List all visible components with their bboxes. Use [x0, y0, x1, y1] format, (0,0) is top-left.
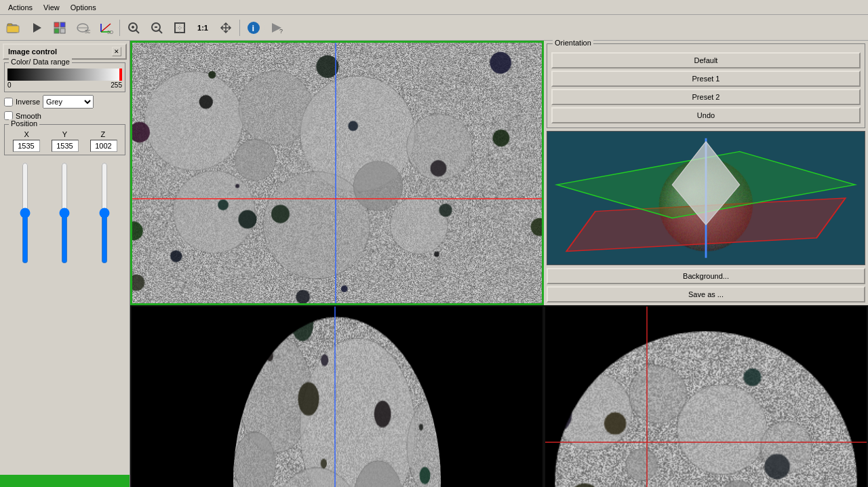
- background-button[interactable]: Background...: [547, 268, 865, 284]
- gradient-labels: 0 255: [7, 81, 122, 89]
- fit-button[interactable]: [169, 18, 191, 38]
- orientation-buttons-group: Default Preset 1 Preset 2 Undo: [551, 52, 861, 123]
- bottom-right-canvas: [545, 307, 867, 487]
- gradient-min: 0: [7, 81, 12, 89]
- reset-zoom-button[interactable]: 1:1: [192, 18, 214, 38]
- main-viewport[interactable]: [130, 41, 544, 305]
- zoom-out-button[interactable]: [146, 18, 167, 38]
- position-group: Position X Y Z: [4, 124, 125, 155]
- sliders-area: [0, 159, 130, 295]
- z-position-input[interactable]: [90, 140, 117, 152]
- svg-text:?: ?: [279, 28, 283, 35]
- svg-line-21: [159, 30, 162, 33]
- preset1-orientation-button[interactable]: Preset 1: [551, 71, 861, 87]
- svg-rect-6: [54, 28, 59, 33]
- bottom-left-viewport[interactable]: [130, 305, 544, 487]
- menu-bar: Actions View Options: [0, 0, 868, 15]
- inverse-label[interactable]: Inverse: [16, 98, 40, 106]
- background-save-group: Background... Save as ...: [547, 268, 865, 303]
- gradient-max-marker: [119, 69, 122, 81]
- grid-button[interactable]: [49, 18, 71, 38]
- 3d-rotate-button[interactable]: 3D: [72, 18, 94, 38]
- separator-1: [119, 20, 120, 36]
- gradient-max: 255: [111, 81, 122, 89]
- bottom-indicator: [0, 475, 130, 487]
- image-control-panel: Image control ✕ Color/ Data range 0 255 …: [0, 41, 130, 487]
- 3d-viewport-canvas: [547, 132, 865, 265]
- svg-rect-7: [60, 28, 65, 33]
- pan-button[interactable]: [215, 18, 237, 38]
- reset-zoom-label: 1:1: [197, 24, 208, 32]
- svg-marker-3: [33, 23, 41, 33]
- z-slider[interactable]: [98, 162, 111, 264]
- position-values: [7, 140, 122, 152]
- save-as-button[interactable]: Save as ...: [547, 286, 865, 303]
- inverse-checkbox[interactable]: [4, 98, 13, 106]
- color-gradient: [7, 69, 122, 81]
- z-header: Z: [90, 130, 117, 138]
- x-slider-container: [18, 162, 32, 292]
- z-slider-container: [98, 162, 111, 292]
- info-button[interactable]: i: [243, 18, 264, 38]
- svg-rect-4: [54, 22, 59, 27]
- open-button[interactable]: [3, 18, 24, 38]
- orientation-side-panel: Orientation Default Preset 1 Preset 2 Un…: [544, 41, 868, 305]
- bottom-left-canvas: [132, 307, 542, 487]
- preset2-orientation-button[interactable]: Preset 2: [551, 89, 861, 105]
- svg-line-18: [136, 30, 139, 33]
- 3d-viewport[interactable]: [547, 131, 865, 265]
- position-headers: X Y Z: [7, 128, 122, 138]
- color-mode-select[interactable]: Grey Hot Cool Jet Rainbow: [43, 95, 94, 109]
- inverse-row: Inverse Grey Hot Cool Jet Rainbow: [4, 95, 125, 109]
- main-viewport-canvas: [132, 43, 542, 303]
- toolbar: 3D 3D 1:1 i ?: [0, 15, 868, 41]
- bottom-row: [130, 305, 868, 487]
- bottom-right-viewport[interactable]: [544, 305, 868, 487]
- top-row: Orientation Default Preset 1 Preset 2 Un…: [130, 41, 868, 305]
- menu-options[interactable]: Options: [65, 2, 102, 13]
- color-range-label: Color/ Data range: [9, 58, 72, 66]
- play-button[interactable]: [26, 18, 47, 38]
- default-orientation-button[interactable]: Default: [551, 52, 861, 69]
- close-panel-button[interactable]: ✕: [112, 47, 121, 56]
- svg-rect-5: [60, 22, 65, 27]
- color-range-group: Color/ Data range 0 255: [4, 62, 125, 92]
- svg-text:3D: 3D: [107, 30, 113, 35]
- position-group-label: Position: [9, 119, 39, 128]
- panel-title: Image control: [8, 47, 57, 56]
- y-slider[interactable]: [58, 162, 71, 264]
- y-header: Y: [51, 130, 78, 138]
- menu-view[interactable]: View: [38, 2, 65, 13]
- x-slider[interactable]: [18, 162, 32, 264]
- 3d-axes-button[interactable]: 3D: [95, 18, 117, 38]
- x-position-input[interactable]: [13, 140, 40, 152]
- main-layout: Image control ✕ Color/ Data range 0 255 …: [0, 41, 868, 487]
- zoom-in-button[interactable]: [123, 18, 144, 38]
- orientation-group-label: Orientation: [553, 39, 593, 47]
- svg-rect-2: [7, 26, 19, 33]
- y-slider-container: [58, 162, 71, 292]
- separator-2: [239, 20, 240, 36]
- menu-actions[interactable]: Actions: [3, 2, 38, 13]
- svg-text:3D: 3D: [85, 29, 90, 34]
- svg-text:i: i: [252, 23, 255, 33]
- y-position-input[interactable]: [52, 140, 79, 152]
- svg-rect-22: [175, 23, 184, 33]
- x-header: X: [13, 130, 40, 138]
- undo-orientation-button[interactable]: Undo: [551, 107, 861, 123]
- smooth-label[interactable]: Smooth: [16, 112, 41, 120]
- right-content: Orientation Default Preset 1 Preset 2 Un…: [130, 41, 868, 487]
- orientation-group: Orientation Default Preset 1 Preset 2 Un…: [547, 43, 865, 128]
- help-button[interactable]: ?: [266, 18, 288, 38]
